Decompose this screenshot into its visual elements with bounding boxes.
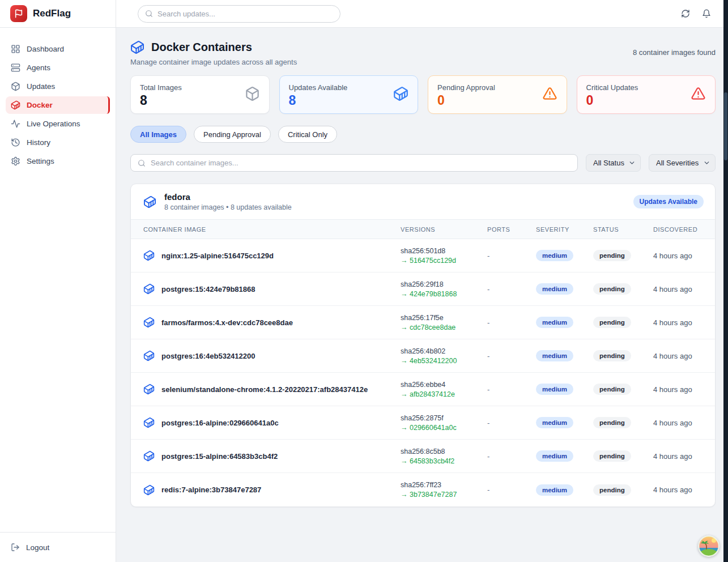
version-update: → 4eb532412200 [401, 357, 487, 365]
history-clock-icon [11, 138, 20, 147]
col-status: Status [593, 226, 653, 233]
warning-triangle-icon [542, 86, 557, 104]
filter-row: All Status All Severities [130, 154, 716, 172]
sidebar-item-updates[interactable]: Updates [6, 78, 110, 95]
updates-available-badge: Updates Available [633, 195, 704, 208]
stat-label: Total Images [140, 83, 182, 92]
sidebar-item-docker[interactable]: Docker [6, 96, 110, 114]
island-extension-button[interactable] [698, 535, 720, 557]
sidebar: RedFlag Dashboard Agents Updates Docker … [0, 0, 116, 562]
group-meta: 8 container images • 8 updates available [164, 203, 292, 211]
logout-label: Logout [26, 543, 49, 552]
stat-label: Updates Available [289, 83, 348, 92]
scrollbar-thumb[interactable] [724, 92, 727, 160]
sidebar-item-label: History [27, 138, 50, 147]
container-image-name: postgres:15:424e79b81868 [161, 285, 256, 293]
filter-tabs: All Images Pending Approval Critical Onl… [130, 126, 716, 143]
container-icon [143, 450, 155, 462]
version-update: → afb28437412e [401, 390, 487, 398]
severity-badge: medium [536, 317, 573, 328]
package-icon [245, 86, 260, 104]
version-current: sha256:17f5e [401, 314, 487, 322]
stat-label: Pending Approval [437, 83, 495, 92]
container-icon [393, 86, 408, 104]
sidebar-item-dashboard[interactable]: Dashboard [6, 40, 110, 58]
tab-pending-approval[interactable]: Pending Approval [194, 126, 271, 143]
table-row[interactable]: postgres:16:4eb532412200 sha256:4b802 → … [131, 339, 715, 373]
severity-badge: medium [536, 384, 573, 395]
severity-badge: medium [536, 450, 573, 462]
container-image-name: selenium/standalone-chrome:4.1.2-2022021… [161, 385, 368, 394]
version-current: sha256:8c5b8 [401, 448, 487, 455]
page-scrollbar[interactable] [723, 0, 728, 562]
version-update: → 424e79b81868 [401, 290, 487, 298]
col-versions: Versions [401, 226, 487, 233]
stat-card-critical-updates: Critical Updates 0 [577, 75, 716, 114]
sidebar-item-settings[interactable]: Settings [6, 152, 110, 170]
severity-select[interactable]: All Severities [649, 154, 716, 172]
sidebar-item-label: Updates [27, 82, 55, 91]
severity-badge: medium [536, 417, 573, 428]
container-icon [11, 100, 20, 110]
ports-value: - [487, 285, 536, 293]
status-badge: pending [593, 484, 631, 496]
image-search-input[interactable] [151, 159, 571, 167]
brand-header: RedFlag [0, 0, 116, 28]
version-update: → 029660641a0c [401, 424, 487, 432]
stat-value: 0 [586, 93, 638, 108]
container-image-name: redis:7-alpine:3b73847e7287 [161, 486, 261, 494]
bell-icon[interactable] [702, 9, 711, 18]
table-row[interactable]: selenium/standalone-chrome:4.1.2-2022021… [131, 373, 715, 406]
stat-card-total-images: Total Images 8 [130, 75, 270, 114]
sidebar-item-label: Docker [27, 101, 53, 109]
sidebar-item-label: Agents [27, 63, 50, 72]
container-icon [143, 484, 155, 496]
container-image-name: postgres:15-alpine:64583b3cb4f2 [161, 452, 278, 461]
status-badge: pending [593, 384, 631, 395]
refresh-icon[interactable] [681, 9, 690, 18]
gear-icon [11, 156, 20, 166]
table-header: Container Image Versions Ports Severity … [131, 219, 715, 239]
warning-triangle-icon [691, 86, 706, 104]
version-current: sha256:2875f [401, 414, 487, 422]
sidebar-item-live-operations[interactable]: Live Operations [6, 115, 110, 133]
table-row[interactable]: postgres:15-alpine:64583b3cb4f2 sha256:8… [131, 440, 715, 473]
page-content: Docker Containers Manage container image… [116, 28, 728, 562]
ports-value: - [487, 318, 536, 327]
tab-all-images[interactable]: All Images [130, 126, 186, 143]
image-search[interactable] [130, 154, 578, 172]
stat-cards: Total Images 8 Updates Available 8 Pendi… [130, 75, 716, 114]
server-icon [11, 63, 20, 73]
sidebar-item-label: Settings [27, 157, 54, 165]
global-search[interactable] [138, 5, 340, 23]
discovered-time: 4 hours ago [653, 385, 706, 394]
sidebar-item-agents[interactable]: Agents [6, 59, 110, 76]
table-row[interactable]: redis:7-alpine:3b73847e7287 sha256:7ff23… [131, 473, 715, 506]
status-badge: pending [593, 283, 631, 295]
table-row[interactable]: farmos/farmos:4.x-dev:cdc78cee8dae sha25… [131, 306, 715, 339]
sidebar-item-history[interactable]: History [6, 134, 110, 151]
app-window: RedFlag Dashboard Agents Updates Docker … [0, 0, 728, 562]
logout-button[interactable]: Logout [6, 538, 110, 556]
page-title: Docker Containers [151, 41, 252, 54]
discovered-time: 4 hours ago [653, 486, 706, 494]
status-badge: pending [593, 250, 631, 261]
ports-value: - [487, 252, 536, 260]
version-update: → cdc78cee8dae [401, 323, 487, 331]
discovered-time: 4 hours ago [653, 352, 706, 360]
tab-critical-only[interactable]: Critical Only [278, 126, 337, 143]
severity-badge: medium [536, 484, 573, 496]
status-select[interactable]: All Status [586, 154, 641, 172]
search-icon [138, 159, 146, 167]
table-row[interactable]: nginx:1.25-alpine:516475cc129d sha256:50… [131, 239, 715, 273]
logout-icon [11, 543, 20, 552]
container-image-name: nginx:1.25-alpine:516475cc129d [161, 252, 274, 260]
table-row[interactable]: postgres:16-alpine:029660641a0c sha256:2… [131, 406, 715, 440]
dashboard-grid-icon [11, 44, 20, 54]
topbar [116, 0, 728, 28]
discovered-time: 4 hours ago [653, 285, 706, 293]
global-search-input[interactable] [157, 10, 333, 18]
sidebar-item-label: Live Operations [27, 120, 80, 128]
redflag-logo-icon [10, 5, 27, 22]
table-row[interactable]: postgres:15:424e79b81868 sha256:29f18 → … [131, 273, 715, 306]
